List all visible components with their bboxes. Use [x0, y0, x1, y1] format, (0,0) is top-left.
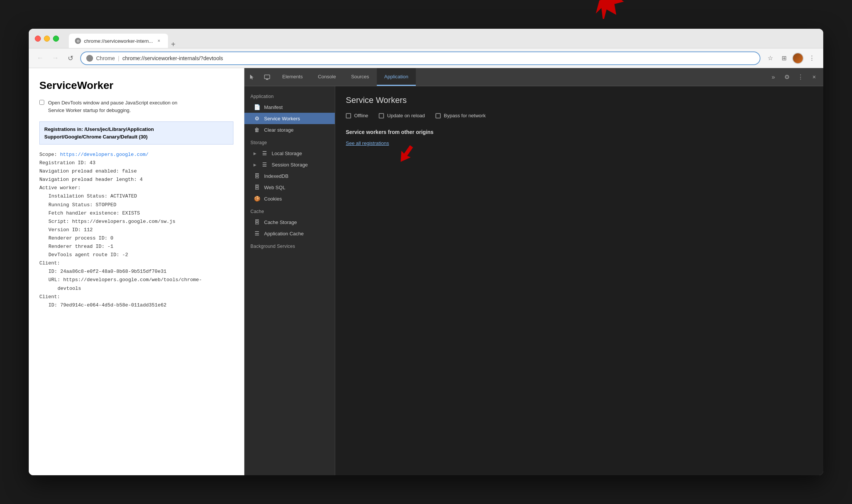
sidebar-item-manifest-label: Manifest: [264, 104, 283, 110]
devtools-toolbar: Elements Console Sources Application » ⚙…: [244, 68, 823, 86]
indexeddb-icon: 🗄: [253, 173, 260, 179]
session-storage-icon: ☰: [261, 162, 268, 168]
sidebar-item-cache-storage[interactable]: 🗄 Cache Storage: [244, 216, 335, 228]
page-title: ServiceWorker: [39, 79, 233, 92]
user-avatar[interactable]: [792, 53, 804, 64]
debug-checkbox[interactable]: [39, 100, 44, 105]
sidebar-item-cookies-label: Cookies: [264, 196, 282, 202]
scope-label: Scope:: [39, 152, 57, 157]
devtools-tab-actions: » ⚙ ⋮ ×: [767, 71, 823, 83]
tab-sources[interactable]: Sources: [344, 68, 377, 86]
sidebar-item-local-storage[interactable]: ▶ ☰ Local Storage: [244, 148, 335, 159]
client-2-id: ID: 79ed914c-e064-4d5d-b58e-011add351e62: [39, 301, 233, 310]
back-button[interactable]: ←: [35, 53, 45, 64]
new-tab-button[interactable]: +: [168, 40, 179, 48]
svg-marker-3: [396, 143, 416, 165]
tab-close-button[interactable]: ×: [156, 38, 162, 44]
script-line: Script: https://developers.google.com/sw…: [39, 218, 233, 226]
devtools-close-button[interactable]: ×: [808, 71, 820, 83]
scope-url[interactable]: https://developers.google.com/: [60, 152, 149, 157]
sidebar-item-service-workers[interactable]: ⚙ Service Workers: [244, 113, 335, 124]
update-on-reload-label: Update on reload: [387, 113, 425, 118]
devtools-tabs: Elements Console Sources Application: [275, 68, 767, 86]
tab-elements[interactable]: Elements: [275, 68, 310, 86]
tab-label: chrome://serviceworker-intern...: [84, 38, 153, 44]
devtools-sidebar: Application 📄 Manifest ⚙ Service Workers…: [244, 86, 335, 475]
service-workers-icon: ⚙: [253, 115, 260, 121]
page-content: ServiceWorker Open DevTools window and p…: [29, 68, 244, 475]
cache-section-header: Cache: [244, 204, 335, 216]
sidebar-item-cookies[interactable]: 🍪 Cookies: [244, 193, 335, 204]
application-section-header: Application: [244, 89, 335, 101]
sidebar-item-websql[interactable]: 🗄 Web SQL: [244, 182, 335, 193]
main-content: ServiceWorker Open DevTools window and p…: [29, 68, 823, 475]
address-divider: |: [118, 55, 120, 61]
devtools-main-panel: Service Workers Offline Update on reload: [335, 86, 823, 475]
sidebar-item-local-storage-label: Local Storage: [272, 151, 302, 156]
see-all-container: See all registrations: [346, 140, 389, 146]
device-tool-button[interactable]: [260, 68, 275, 86]
offline-checkbox[interactable]: [346, 113, 351, 118]
address-url: chrome://serviceworker-internals/?devtoo…: [122, 55, 754, 61]
sidebar-item-cache-storage-label: Cache Storage: [264, 219, 297, 225]
extensions-button[interactable]: ⊞: [779, 53, 789, 64]
forward-button[interactable]: →: [50, 53, 61, 64]
minimize-button[interactable]: [44, 36, 50, 42]
more-tabs-button[interactable]: »: [767, 71, 779, 83]
client-1-header: Client:: [39, 259, 233, 268]
title-bar: ⚙ chrome://serviceworker-intern... × +: [29, 29, 823, 48]
fetch-handler-line: Fetch handler existence: EXISTS: [39, 209, 233, 218]
cursor-icon: [249, 74, 255, 81]
cache-storage-icon: 🗄: [253, 219, 260, 225]
debug-checkbox-row: Open DevTools window and pause JavaScrip…: [39, 99, 233, 114]
devtools-panel: Elements Console Sources Application » ⚙…: [244, 68, 823, 475]
tab-application[interactable]: Application: [377, 68, 416, 86]
star-button[interactable]: ☆: [765, 53, 776, 64]
site-icon: [86, 55, 93, 62]
chrome-menu-button[interactable]: ⋮: [807, 53, 817, 64]
running-status-line: Running Status: STOPPED: [39, 201, 233, 209]
registrations-line2: Support/Google/Chrome Canary/Default (30…: [44, 134, 148, 140]
update-on-reload-checkbox[interactable]: [379, 113, 384, 118]
sidebar-item-clear-storage[interactable]: 🗑 Clear storage: [244, 124, 335, 135]
svg-rect-1: [264, 75, 270, 79]
nav-preload-line: Navigation preload enabled: false: [39, 167, 233, 176]
registrations-line1: Registrations in: /Users/jec/Library/App…: [44, 126, 154, 132]
reg-id-line: Registration ID: 43: [39, 159, 233, 167]
devtools-more-button[interactable]: ⋮: [794, 71, 807, 83]
sidebar-item-app-cache[interactable]: ☰ Application Cache: [244, 228, 335, 239]
cursor-tool-button[interactable]: [244, 68, 260, 86]
options-row: Offline Update on reload Bypass for netw…: [346, 113, 813, 118]
renderer-process-line: Renderer process ID: 0: [39, 234, 233, 243]
bypass-for-network-option: Bypass for network: [435, 113, 486, 118]
sidebar-item-session-storage[interactable]: ▶ ☰ Session Storage: [244, 159, 335, 170]
devtools-route-line: DevTools agent route ID: -2: [39, 251, 233, 259]
nav-actions: ☆ ⊞ ⋮: [765, 53, 817, 64]
install-status-line: Installation Status: ACTIVATED: [39, 192, 233, 201]
address-bar[interactable]: Chrome | chrome://serviceworker-internal…: [80, 51, 760, 65]
browser-tab[interactable]: ⚙ chrome://serviceworker-intern... ×: [69, 34, 168, 48]
close-button[interactable]: [35, 36, 41, 42]
nav-preload-header-line: Navigation preload header length: 4: [39, 176, 233, 184]
cookies-icon: 🍪: [253, 196, 260, 202]
sidebar-item-service-workers-label: Service Workers: [264, 116, 300, 121]
version-id-line: Version ID: 112: [39, 226, 233, 234]
sidebar-item-indexeddb[interactable]: 🗄 IndexedDB: [244, 170, 335, 182]
sidebar-item-manifest[interactable]: 📄 Manifest: [244, 101, 335, 113]
tab-bar: ⚙ chrome://serviceworker-intern... × +: [69, 29, 179, 48]
maximize-button[interactable]: [53, 36, 59, 42]
storage-section-header: Storage: [244, 135, 335, 148]
reload-button[interactable]: ↺: [65, 53, 76, 64]
see-all-registrations-link[interactable]: See all registrations: [346, 140, 389, 146]
other-origins-section: Service workers from other origins See a…: [346, 129, 813, 146]
client-1-url-cont: devtools: [39, 285, 233, 293]
sidebar-item-session-storage-label: Session Storage: [272, 162, 308, 168]
update-on-reload-option: Update on reload: [379, 113, 425, 118]
bypass-for-network-checkbox[interactable]: [435, 113, 441, 118]
devtools-settings-button[interactable]: ⚙: [781, 71, 793, 83]
tab-console[interactable]: Console: [310, 68, 344, 86]
client-1-url: URL: https://developers.google.com/web/t…: [39, 276, 233, 284]
sidebar-item-clear-storage-label: Clear storage: [264, 127, 294, 133]
debug-checkbox-label: Open DevTools window and pause JavaScrip…: [48, 99, 177, 114]
background-section-header: Background Services: [244, 239, 335, 251]
